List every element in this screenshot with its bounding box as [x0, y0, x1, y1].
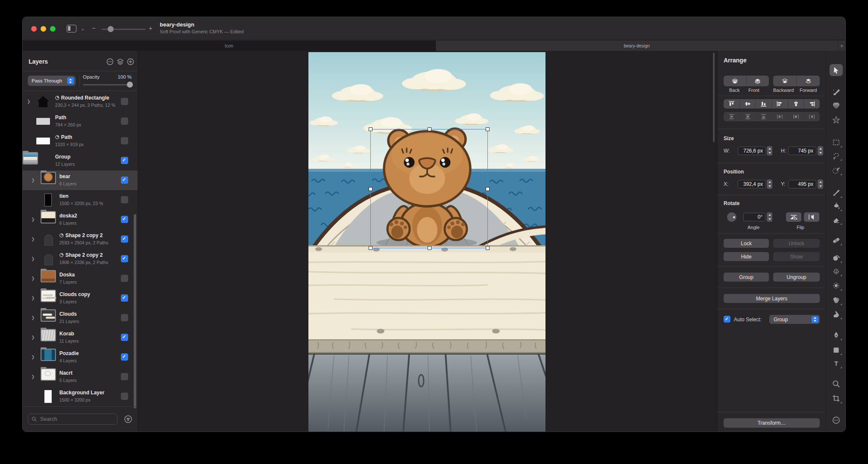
selection-handle-s[interactable] — [428, 246, 431, 250]
layer-visibility-checkbox[interactable] — [121, 235, 128, 243]
more-tools[interactable] — [830, 414, 843, 426]
smudge-tool[interactable] — [830, 308, 843, 320]
color-adjustments-tool[interactable] — [830, 99, 843, 111]
canvas-artwork[interactable] — [308, 52, 545, 432]
arrange-tool[interactable] — [830, 64, 843, 76]
distribute-top-button[interactable] — [724, 112, 740, 121]
disclosure-icon[interactable]: ❯ — [31, 178, 35, 182]
sidebar-toggle-icon[interactable] — [67, 25, 76, 32]
layer-visibility-checkbox[interactable] — [121, 353, 128, 361]
effects-tool[interactable] — [830, 114, 843, 126]
disclosure-icon[interactable]: ❯ — [31, 315, 35, 320]
x-stepper[interactable] — [767, 179, 772, 189]
distribute-left-button[interactable] — [772, 112, 788, 121]
layer-visibility-checkbox[interactable] — [121, 98, 128, 105]
selection-handle-e[interactable] — [486, 187, 490, 191]
layer-row-shape2-copy2-a[interactable]: ❯ Shape 2 copy 22593 × 2504 px, 2 Paths — [23, 229, 138, 249]
selection-handle-ne[interactable] — [486, 127, 490, 131]
disclosure-icon[interactable]: ❯ — [27, 99, 30, 104]
selection-handle-se[interactable] — [486, 246, 490, 250]
align-bottom-button[interactable] — [756, 99, 772, 109]
selection-handle-sw[interactable] — [369, 246, 372, 250]
height-field[interactable]: 745 px — [788, 147, 816, 155]
disclosure-icon[interactable]: ❯ — [31, 374, 35, 379]
layer-row-background[interactable]: Background Layer1500 × 3200 px — [23, 387, 138, 406]
transform-button[interactable]: Transform… — [724, 418, 820, 428]
selection-handle-w[interactable] — [369, 187, 372, 191]
layer-row-clouds[interactable]: ❯ Clouds21 Layers — [23, 308, 138, 328]
selection-bounding-box[interactable] — [370, 129, 488, 248]
zoom-tool[interactable] — [830, 378, 843, 390]
bring-forward-button[interactable] — [797, 76, 820, 86]
opacity-slider-knob[interactable] — [127, 82, 133, 88]
layers-scrollbar[interactable] — [134, 214, 136, 408]
layer-visibility-checkbox[interactable] — [121, 117, 128, 125]
align-left-button[interactable] — [772, 99, 788, 109]
flip-horizontal-button[interactable] — [786, 212, 801, 222]
layer-row-pozadie[interactable]: ❯ Pozadie4 Layers — [23, 347, 138, 367]
layer-visibility-checkbox[interactable] — [121, 255, 128, 262]
free-selection-tool[interactable] — [830, 150, 843, 162]
layer-row-path-2[interactable]: Path1320 × 919 px — [23, 131, 138, 151]
layer-row-path-1[interactable]: Path794 × 260 px — [23, 112, 138, 131]
layer-row-bear[interactable]: ❯ bear6 Layers — [23, 170, 138, 190]
rotate-knob[interactable] — [727, 212, 736, 222]
grain-tool[interactable] — [830, 265, 843, 277]
align-middle-button[interactable] — [740, 99, 756, 109]
zoom-in-button[interactable]: + — [149, 24, 152, 32]
width-field[interactable]: 726,6 px — [738, 147, 766, 155]
angle-stepper[interactable] — [767, 212, 772, 222]
disclosure-icon[interactable]: ❯ — [31, 335, 35, 340]
group-button[interactable]: Group — [724, 273, 769, 282]
rectangular-selection-tool[interactable] — [830, 136, 843, 148]
paint-tool[interactable] — [830, 187, 843, 199]
distribute-right-button[interactable] — [804, 112, 820, 121]
add-layer-icon[interactable] — [127, 58, 134, 65]
layer-visibility-checkbox[interactable] — [121, 393, 128, 400]
fill-tool[interactable] — [830, 200, 843, 212]
disclosure-icon[interactable]: ❯ — [31, 237, 35, 241]
minimize-window-button[interactable] — [41, 26, 46, 32]
layer-row-group[interactable]: ⌄ Group12 Layers — [23, 151, 138, 170]
merge-layers-button[interactable]: Merge Layers — [724, 294, 820, 303]
zoom-slider-knob[interactable] — [108, 26, 114, 32]
distribute-hcenter-button[interactable] — [788, 112, 804, 121]
sharpen-tool[interactable] — [830, 279, 843, 291]
layer-row-nacrt[interactable]: ❯ Nacrt5 Layers — [23, 367, 138, 387]
search-input[interactable] — [39, 416, 108, 423]
crop-tool[interactable] — [830, 392, 843, 404]
tab-beary-design[interactable]: beary-design — [436, 41, 838, 51]
shape-tool[interactable] — [830, 344, 843, 356]
layer-visibility-checkbox[interactable] — [121, 216, 128, 223]
layer-row-shape2-copy2-b[interactable]: ❯ Shape 2 copy 21906 × 2336 px, 2 Paths — [23, 249, 138, 269]
layer-visibility-checkbox[interactable] — [121, 275, 128, 282]
flip-vertical-button[interactable] — [804, 212, 819, 222]
layer-row-tien[interactable]: tien1500 × 3200 px, 23 % — [23, 190, 138, 210]
new-tab-button[interactable]: + — [838, 41, 845, 51]
selection-handle-n[interactable] — [428, 127, 431, 131]
zoom-out-button[interactable]: − — [92, 24, 96, 32]
angle-field[interactable]: 0° — [743, 213, 765, 221]
paint-style-tool[interactable] — [830, 86, 843, 98]
layer-visibility-checkbox[interactable] — [121, 334, 128, 341]
clone-tool[interactable] — [830, 252, 843, 264]
layer-options-icon[interactable] — [106, 58, 114, 65]
align-center-button[interactable] — [788, 99, 804, 109]
disclosure-icon[interactable]: ❯ — [31, 256, 35, 261]
text-tool[interactable]: T — [830, 357, 843, 369]
opacity-slider[interactable] — [83, 84, 132, 85]
close-window-button[interactable] — [31, 26, 37, 32]
distribute-bottom-button[interactable] — [756, 112, 772, 121]
layer-visibility-checkbox[interactable] — [121, 373, 128, 380]
height-stepper[interactable] — [818, 146, 823, 156]
selection-handle-nw[interactable] — [369, 127, 372, 131]
ungroup-button[interactable]: Ungroup — [773, 273, 820, 282]
auto-select-dropdown[interactable]: Group — [769, 315, 820, 324]
layer-visibility-checkbox[interactable] — [121, 196, 128, 203]
erase-tool[interactable] — [830, 214, 843, 226]
canvas-scrollbar[interactable] — [713, 53, 715, 142]
layer-row-doska2[interactable]: ❯ doska26 Layers — [23, 210, 138, 229]
filter-icon[interactable] — [124, 415, 132, 423]
pen-tool[interactable] — [830, 329, 843, 341]
align-top-button[interactable] — [724, 99, 740, 109]
